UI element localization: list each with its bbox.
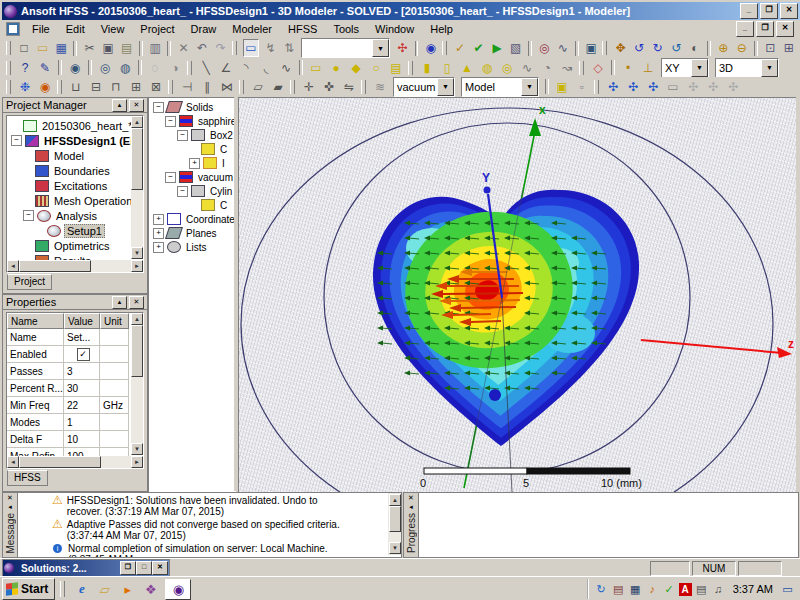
draw-line-icon[interactable]: ╲ (198, 60, 214, 76)
tree-expander-icon[interactable]: + (153, 228, 164, 239)
panel-close-icon[interactable]: ✕ (129, 99, 144, 112)
draw-polyhedron-icon[interactable]: ◇ (590, 60, 606, 76)
show-selection-icon[interactable]: ◍ (117, 60, 133, 76)
imprint-icon[interactable]: ⊞ (128, 79, 144, 95)
toolbar-grip[interactable] (6, 41, 11, 55)
toolbar-grip[interactable] (6, 80, 11, 94)
remote-simulation-icon[interactable]: ▭ (243, 39, 260, 57)
duplicate-around-axis-icon[interactable]: ✜ (321, 79, 337, 95)
draw-cylinder-icon[interactable]: ▯ (439, 60, 455, 76)
properties-column-value[interactable]: Value (64, 313, 100, 329)
properties-hscrollbar[interactable]: ◄ ► (7, 456, 143, 468)
toolbar-grip[interactable] (57, 80, 62, 94)
toolbar-grip[interactable] (6, 61, 11, 75)
volume-icon[interactable]: ♫ (711, 582, 726, 597)
toolbar-grip[interactable] (187, 61, 192, 75)
draw-plane-icon[interactable]: ⊥ (640, 60, 656, 76)
field-overlay-icon[interactable]: ◎ (537, 40, 552, 56)
menu-draw[interactable]: Draw (183, 22, 225, 36)
menu-modeler[interactable]: Modeler (224, 22, 280, 36)
cs-face-icon[interactable]: ✣ (625, 79, 641, 95)
pm-node-optimetrics[interactable]: Optimetrics (9, 238, 143, 253)
open-file-icon[interactable]: ▭ (35, 40, 50, 56)
tree-expander-icon[interactable]: − (23, 210, 34, 221)
mdi-document-icon[interactable] (6, 22, 20, 36)
chevron-down-icon[interactable]: ▼ (372, 39, 389, 57)
drawing-plane-combo[interactable]: XY▼ (661, 58, 709, 78)
submit-job-icon[interactable]: ↯ (263, 40, 278, 56)
internet-explorer-icon[interactable]: e (73, 581, 90, 598)
prop-row-passes[interactable]: Passes3 (7, 363, 143, 380)
monitor-job-icon[interactable]: ⇅ (282, 40, 297, 56)
pm-node-mesh-operations[interactable]: Mesh Operations (9, 193, 143, 208)
analyze-all-icon[interactable]: ▶ (490, 40, 505, 56)
panel-collapse-icon[interactable]: ▴ (112, 296, 127, 309)
menu-window[interactable]: Window (367, 22, 422, 36)
unite-icon[interactable]: ⊔ (68, 79, 84, 95)
copy-image-icon[interactable]: ▣ (584, 40, 599, 56)
restore-button[interactable]: ❐ (760, 3, 778, 19)
ansoft-designer-icon[interactable]: ◉ (423, 40, 438, 56)
create-open-region-icon[interactable]: ▫ (574, 79, 590, 95)
prop-row-min-freq[interactable]: Min Freq22GHz (7, 397, 143, 414)
prop-value[interactable]: 30 (64, 380, 100, 397)
save-icon[interactable]: ▦ (54, 40, 69, 56)
radiation-sphere-icon[interactable]: ◉ (37, 79, 53, 95)
prop-value[interactable]: 22 (64, 397, 100, 414)
project-tree-vscrollbar[interactable]: ▲ ▼ (131, 116, 143, 259)
message-item[interactable]: ⚠HFSSDesign1: Solutions have been invali… (52, 495, 352, 517)
snapshot-icon[interactable]: ▭ (665, 79, 681, 95)
panel-close-icon[interactable]: ✕ (129, 296, 144, 309)
printer-offline-icon[interactable]: ▤ (694, 582, 709, 597)
fit-all-icon[interactable]: ⊞ (781, 40, 796, 56)
toolbar-grip[interactable] (442, 41, 447, 55)
cs-disabled-3-icon[interactable]: ✣ (725, 79, 741, 95)
project-tree-hscrollbar[interactable]: ◄ ► (7, 260, 143, 272)
solutions-minimized-window[interactable]: Solutions: 2... ❐ □ ✕ (2, 559, 170, 577)
fields-calculator-icon[interactable]: ❉ (17, 79, 33, 95)
windows-update-icon[interactable]: ↻ (594, 582, 609, 597)
quick-launch-grip[interactable] (60, 581, 65, 597)
chevron-down-icon[interactable]: ▼ (521, 78, 538, 96)
show-desktop-icon[interactable]: ▭ (780, 582, 795, 597)
pan-icon[interactable]: ✥ (613, 40, 628, 56)
properties-column-unit[interactable]: Unit (100, 313, 129, 329)
tree-expander-icon[interactable]: + (189, 158, 200, 169)
prop-row-name[interactable]: NameSet... (7, 329, 143, 346)
properties-column-name[interactable]: Name (7, 313, 64, 329)
cs-object-icon[interactable]: ✣ (645, 79, 661, 95)
view-mode-combo[interactable]: 3D▼ (715, 58, 779, 78)
tree-expander-icon[interactable]: − (165, 172, 176, 183)
paste-icon[interactable]: ▤ (119, 40, 134, 56)
tree-expander-icon[interactable]: − (11, 135, 22, 146)
tree-expander-icon[interactable]: + (153, 242, 164, 253)
pm-node-hfssdesign1-eige[interactable]: −HFSSDesign1 (Eige (9, 133, 143, 148)
validation-ok-icon[interactable]: ✔ (471, 40, 486, 56)
sheet-thicken-icon[interactable]: ▱ (250, 79, 266, 95)
mt-node-box2[interactable]: −Box2 (151, 128, 235, 142)
mt-node-i[interactable]: +I (151, 156, 235, 170)
simulation-combo[interactable]: ▼ (301, 38, 390, 58)
split-plane-icon[interactable]: ⊣ (179, 79, 195, 95)
toolbar-grip[interactable] (408, 61, 413, 75)
panel-collapse-icon[interactable]: ▴ (112, 99, 127, 112)
avira-antivirus-icon[interactable]: A (679, 583, 692, 596)
tree-expander-icon[interactable]: − (177, 130, 188, 141)
toolbar-grip[interactable] (232, 41, 237, 55)
tab-project[interactable]: Project (7, 274, 52, 290)
solutions-maximize-button[interactable]: □ (136, 561, 152, 575)
rotate-current-axis-icon[interactable]: ↻ (650, 40, 665, 56)
paint-icon[interactable]: ❖ (142, 581, 159, 598)
toolbar-grip[interactable] (290, 80, 295, 94)
rotate-screen-center-icon[interactable]: ↺ (669, 40, 684, 56)
mt-node-planes[interactable]: +Planes (151, 226, 235, 240)
pm-node-analysis[interactable]: −Analysis (9, 208, 143, 223)
mdi-restore-button[interactable]: ❐ (756, 21, 774, 37)
zoom-in-icon[interactable]: ⊕ (716, 40, 731, 56)
intersect-icon[interactable]: ⊓ (108, 79, 124, 95)
layers-icon[interactable]: ≋ (372, 79, 388, 95)
zoom-out-icon[interactable]: ⊖ (734, 40, 749, 56)
mt-node-sapphire[interactable]: −sapphire (151, 114, 235, 128)
mt-node-cylin[interactable]: −Cylin (151, 184, 235, 198)
pm-node-boundaries[interactable]: Boundaries (9, 163, 143, 178)
